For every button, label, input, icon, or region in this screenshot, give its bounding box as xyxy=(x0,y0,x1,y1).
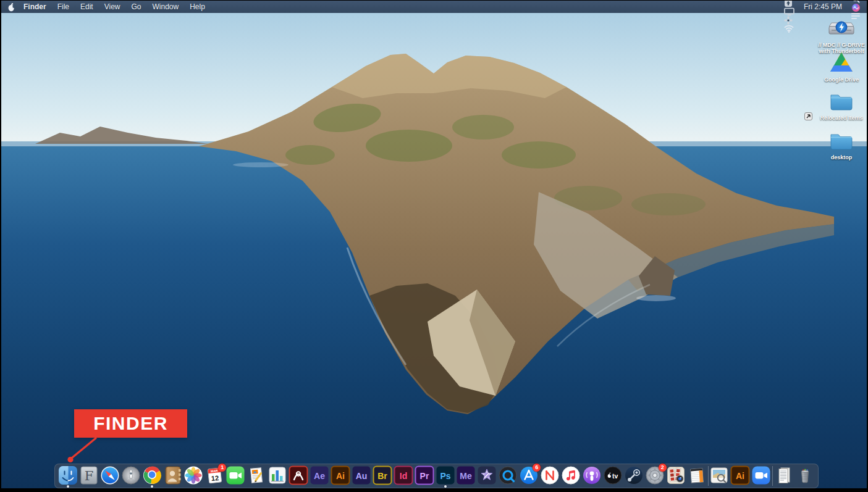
google-drive-icon xyxy=(829,51,854,76)
photos-icon xyxy=(183,465,203,488)
upload-box-icon[interactable] xyxy=(784,1,794,7)
siri-icon[interactable] xyxy=(851,3,861,12)
dock-item-app-store[interactable]: 6 xyxy=(519,464,539,488)
illustrator-recent-icon: Ai xyxy=(730,465,750,488)
svg-text:Ps: Ps xyxy=(440,471,450,481)
zoom-icon xyxy=(751,465,771,488)
menu-bar-clock[interactable]: Fri 2:45 PM xyxy=(803,2,843,11)
dock-item-music[interactable] xyxy=(561,464,581,488)
media-encoder-icon: Me xyxy=(456,465,476,488)
menu-edit[interactable]: Edit xyxy=(75,2,99,11)
dock-item-bridge[interactable]: Br xyxy=(373,464,392,488)
dock-item-numbers[interactable] xyxy=(268,464,287,488)
dock-item-star-badge-app[interactable] xyxy=(477,464,497,488)
dock-item-zoom[interactable] xyxy=(751,464,771,488)
dock-item-ledger-app[interactable] xyxy=(687,464,707,488)
finder-icon xyxy=(58,465,78,488)
chrome-running-indicator xyxy=(151,485,153,488)
contacts-icon xyxy=(163,465,183,488)
photo-booth-icon xyxy=(666,465,686,488)
dock: F MAR 121 Ae Ai Au Br Id Pr Ps Me 6 tv 2… xyxy=(54,464,819,488)
dock-item-facetime[interactable] xyxy=(225,464,245,488)
menu-finder[interactable]: Finder xyxy=(18,2,52,11)
news-icon xyxy=(540,465,560,488)
svg-text:Au: Au xyxy=(355,471,367,481)
finder-callout-arrow xyxy=(63,435,101,465)
dock-item-launchpad[interactable] xyxy=(121,464,141,488)
music-icon xyxy=(561,465,581,488)
menu-view[interactable]: View xyxy=(99,2,126,11)
menu-go[interactable]: Go xyxy=(126,2,147,11)
photoshop-running-indicator xyxy=(444,485,447,488)
dock-item-news[interactable] xyxy=(540,464,560,488)
dock-item-preview[interactable] xyxy=(709,464,729,488)
star-badge-app-icon xyxy=(477,465,497,488)
dock-item-steam[interactable] xyxy=(624,464,644,488)
dock-item-photo-booth[interactable] xyxy=(666,464,686,488)
launchpad-icon xyxy=(121,465,141,488)
relocated-items-icon xyxy=(828,91,854,114)
svg-text:Ai: Ai xyxy=(736,471,744,481)
dock-item-system-preferences[interactable]: 2 xyxy=(645,464,665,488)
after-effects-icon: Ae xyxy=(310,465,329,488)
display-icon[interactable] xyxy=(784,7,794,16)
menu-window[interactable]: Window xyxy=(147,2,185,11)
dock-item-indesign[interactable]: Id xyxy=(394,464,413,488)
dock-item-premiere-pro[interactable]: Pr xyxy=(415,464,434,488)
svg-text:MAR: MAR xyxy=(211,469,218,473)
dock-item-quicktime-player[interactable] xyxy=(498,464,518,488)
desktop-icon-desktop-folder[interactable]: desktop xyxy=(815,130,867,161)
dock-item-safari[interactable] xyxy=(100,464,120,488)
premiere-pro-icon: Pr xyxy=(415,465,434,488)
acrobat-icon xyxy=(289,465,308,488)
dock-item-audition[interactable]: Au xyxy=(352,464,371,488)
facetime-icon xyxy=(225,465,245,488)
dock-item-acrobat[interactable] xyxy=(289,464,308,488)
dock-item-podcasts[interactable] xyxy=(582,464,602,488)
svg-text:F: F xyxy=(85,469,94,483)
dock-item-trash-full[interactable] xyxy=(795,464,815,488)
safari-icon xyxy=(100,465,120,488)
svg-text:Ae: Ae xyxy=(314,471,325,481)
dock-item-apple-tv[interactable]: tv xyxy=(603,464,623,488)
documents-stack-icon xyxy=(774,465,794,488)
dock-item-calendar[interactable]: MAR 121 xyxy=(204,464,224,488)
ledger-app-icon xyxy=(687,465,707,488)
dock-item-illustrator[interactable]: Ai xyxy=(331,464,350,488)
dock-item-documents-stack[interactable] xyxy=(774,464,794,488)
dock-item-font-book[interactable]: F xyxy=(79,464,99,488)
desktop-icon-google-drive[interactable]: Google Drive xyxy=(815,51,867,83)
chrome-icon xyxy=(142,465,162,488)
relocated-items-label: Relocated Items xyxy=(815,115,867,121)
fan-icon[interactable] xyxy=(784,16,794,25)
dock-item-illustrator-recent[interactable]: Ai xyxy=(730,464,750,488)
svg-text:Br: Br xyxy=(377,471,387,481)
desktop-icon-relocated-items[interactable]: Relocated Items xyxy=(815,91,867,121)
desktop-folder-icon xyxy=(828,130,854,154)
dock-item-photos[interactable] xyxy=(183,464,203,488)
steam-icon xyxy=(624,465,644,488)
notification-list-icon[interactable] xyxy=(851,12,861,20)
dock-item-pages[interactable] xyxy=(246,464,266,488)
illustrator-icon: Ai xyxy=(331,465,350,488)
dock-item-contacts[interactable] xyxy=(163,464,183,488)
dock-item-after-effects[interactable]: Ae xyxy=(310,464,329,488)
apple-menu-icon[interactable] xyxy=(7,2,15,12)
menu-file[interactable]: File xyxy=(52,2,75,11)
bridge-icon: Br xyxy=(373,465,392,488)
apple-tv-icon: tv xyxy=(603,465,623,488)
dock-item-photoshop[interactable]: Ps xyxy=(436,464,455,488)
menu-bar-right: Fri 2:45 PM xyxy=(784,1,861,33)
podcasts-icon xyxy=(582,465,602,488)
photoshop-icon: Ps xyxy=(436,465,455,488)
dock-item-media-encoder[interactable]: Me xyxy=(456,464,476,488)
numbers-icon xyxy=(268,465,287,488)
font-book-icon: F xyxy=(79,465,99,488)
wifi-icon[interactable] xyxy=(784,25,794,33)
dock-item-chrome[interactable] xyxy=(142,464,162,488)
system-preferences-badge: 2 xyxy=(659,464,667,472)
desktop-folder-label: desktop xyxy=(815,154,867,161)
dock-item-finder[interactable] xyxy=(58,464,78,488)
svg-text:Pr: Pr xyxy=(419,471,429,481)
menu-help[interactable]: Help xyxy=(184,2,211,11)
